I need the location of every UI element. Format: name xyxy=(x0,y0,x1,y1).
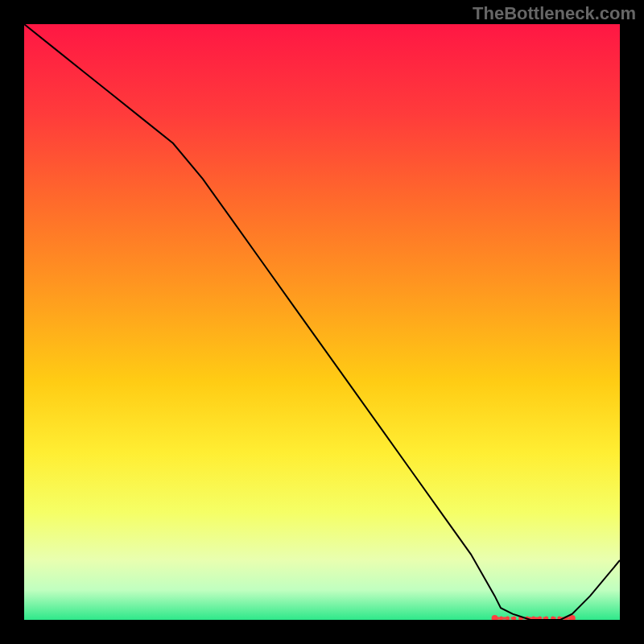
watermark-text: TheBottleneck.com xyxy=(473,3,636,24)
chart-area xyxy=(24,24,620,620)
chart-svg xyxy=(24,24,620,620)
chart-background xyxy=(24,24,620,620)
